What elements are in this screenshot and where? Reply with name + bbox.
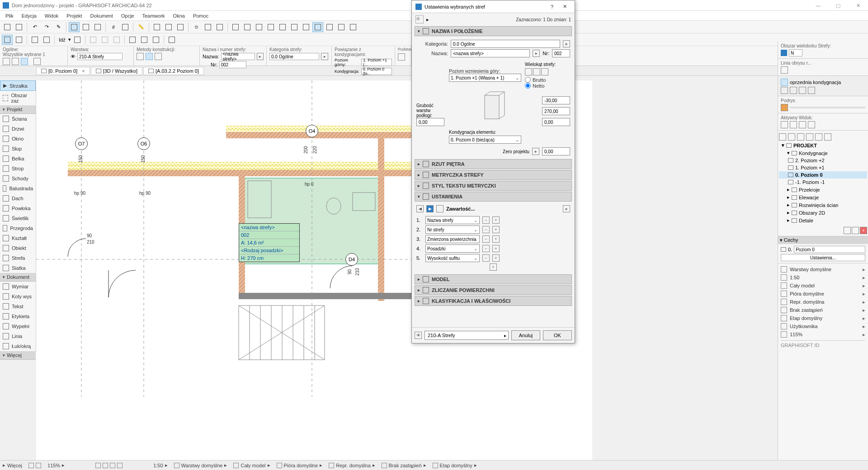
tool-window[interactable]: Okno — [0, 134, 36, 144]
tb-grid[interactable]: # — [108, 22, 119, 32]
poly-c[interactable] — [541, 68, 548, 75]
nav-elev[interactable]: ▸Elewacje — [779, 193, 867, 201]
feat-settings-btn[interactable]: Ustawienia... — [781, 254, 865, 261]
tb-snap3[interactable] — [92, 22, 103, 32]
tb-sel2[interactable] — [163, 22, 174, 32]
tb-new[interactable] — [2, 22, 13, 32]
menu-projekt[interactable]: Projekt — [63, 12, 85, 19]
win-max[interactable]: ▢ — [828, 0, 848, 11]
tb-undo[interactable]: ↶ — [29, 22, 40, 32]
row2-add[interactable]: + — [492, 226, 500, 233]
tool-skylight[interactable]: Świetlik — [0, 213, 36, 223]
tool-fill[interactable]: Wypełni — [0, 321, 36, 331]
info-cat-val[interactable]: 0.0 Ogólne — [269, 53, 319, 60]
status-model[interactable]: Cały model ▸ — [233, 462, 270, 468]
tree-btn-a[interactable] — [844, 227, 851, 234]
tb-open[interactable] — [14, 22, 24, 32]
layer-sel[interactable]: 210-A Strefy — [425, 331, 509, 340]
tool-zone[interactable]: Strefa — [0, 253, 36, 263]
status-scale[interactable]: 1:50 ▸ — [153, 462, 167, 468]
status-layers[interactable]: Warstwy domyślne ▸ — [174, 462, 227, 468]
rel-top-val[interactable]: 1. Poziom +1 (... — [361, 59, 392, 66]
cat-next[interactable]: ▸ — [321, 53, 328, 60]
geo-mode2[interactable] — [146, 53, 153, 60]
nav-areas[interactable]: ▸Obszary 2D — [779, 209, 867, 216]
nav-interior[interactable]: ▸Rozwinięcia ścian — [779, 201, 867, 209]
prop-repr[interactable]: Repr. domyślna▸ — [781, 298, 865, 306]
tool-stair[interactable]: Schody — [0, 174, 36, 183]
row1-rem[interactable]: − — [482, 216, 490, 224]
geo-mode1[interactable] — [137, 53, 144, 60]
sect-class[interactable]: KLASYFIKACJA I WŁAŚCIWOŚCI — [415, 296, 572, 306]
content-more[interactable]: ▸ — [563, 205, 570, 212]
prop-user[interactable]: Użytkownika▸ — [781, 322, 865, 330]
tb-ruler[interactable]: 📏 — [136, 22, 146, 32]
tool-roof[interactable]: Dach — [0, 193, 36, 203]
num-top[interactable]: -30,00 — [542, 96, 570, 104]
tb-trace[interactable] — [312, 22, 323, 32]
base-icon[interactable] — [398, 53, 405, 61]
row4-rem[interactable]: − — [482, 245, 490, 252]
tab-layout[interactable]: [A.03.2.2 Poziom 0] — [143, 67, 204, 75]
nav-next[interactable]: ▶ — [426, 205, 434, 212]
name-more[interactable]: ▸ — [533, 50, 540, 57]
nav-a[interactable] — [779, 133, 786, 141]
rp-outline-btn[interactable] — [781, 66, 788, 74]
menu-widok[interactable]: Widok — [41, 12, 62, 19]
thick-val[interactable]: 0,00 — [416, 118, 444, 126]
menu-pomoc[interactable]: Pomoc — [189, 12, 212, 19]
tool-label[interactable]: Etykieta — [0, 311, 36, 321]
tb2-f[interactable] — [88, 35, 99, 45]
tool-arc[interactable]: Łuk/okrą — [0, 341, 36, 351]
tb-edit10[interactable] — [336, 22, 347, 32]
nav-d[interactable] — [806, 133, 813, 141]
nav-f[interactable] — [824, 133, 831, 141]
tool-railing[interactable]: Balustrada — [0, 183, 36, 193]
tb2-c[interactable] — [29, 35, 40, 45]
settings-btn[interactable] — [33, 58, 41, 65]
tb-edit4[interactable] — [265, 22, 276, 32]
zone-stamp[interactable]: <nazwa strefy> 002 A: 14,6 m² <Rodzaj po… — [239, 223, 300, 262]
tb-edit9[interactable] — [324, 22, 335, 32]
tool-beam[interactable]: Belka — [0, 154, 36, 164]
goto-dd[interactable]: ▾ — [68, 37, 71, 42]
nav-prev-icon[interactable] — [95, 463, 101, 468]
tb-redo[interactable]: ↷ — [41, 22, 52, 32]
geo-mode3[interactable] — [155, 53, 162, 60]
toolbox-projekt-head[interactable]: Projekt — [0, 105, 36, 114]
menu-plik[interactable]: Plik — [2, 12, 17, 19]
poly-b[interactable] — [533, 68, 540, 75]
podrys-color[interactable] — [781, 104, 788, 111]
toolbox-doc-head[interactable]: Dokument — [0, 273, 36, 282]
tb-suspend[interactable]: ⦸ — [191, 22, 202, 32]
row2-sel[interactable]: Nr strefy — [425, 226, 480, 234]
nav-home-icon[interactable] — [110, 463, 115, 468]
rp-poly-n[interactable]: N — [789, 49, 802, 56]
prop-scale[interactable]: 1:50▸ — [781, 273, 865, 282]
menu-dokument[interactable]: Dokument — [87, 12, 117, 19]
nav-prev[interactable]: ◀ — [416, 205, 424, 212]
color-swatch[interactable] — [781, 50, 787, 56]
sel-mode1[interactable] — [3, 58, 10, 65]
menu-okna[interactable]: Okna — [170, 12, 189, 19]
sect-stamp[interactable]: METRYCZKA STREFY — [415, 170, 572, 180]
tb-snap1[interactable] — [69, 22, 80, 32]
tab-3d[interactable]: [3D / Wszystko] — [91, 67, 142, 75]
tool-dim[interactable]: Wymiar — [0, 282, 36, 291]
tb-edit5[interactable] — [277, 22, 288, 32]
row4-sel[interactable]: Posadzki — [425, 244, 480, 253]
tb-edit3[interactable] — [254, 22, 264, 32]
graphisoft-id[interactable]: GRAPHISOFT ID — [781, 340, 865, 349]
sel-mode3[interactable] — [21, 58, 28, 65]
tool-column[interactable]: Słup — [0, 144, 36, 154]
row3-add[interactable]: + — [492, 235, 500, 243]
row4-add[interactable]: + — [492, 245, 500, 252]
tb2-k[interactable] — [151, 35, 161, 45]
dialog-help[interactable]: ? — [546, 4, 558, 9]
tool-line[interactable]: Linia — [0, 331, 36, 341]
status-stage[interactable]: Etap domyślny ▸ — [433, 462, 477, 468]
cat-more[interactable]: ▸ — [563, 40, 570, 47]
brutto-radio[interactable]: Brutto — [525, 77, 557, 83]
tool-object[interactable]: Obiekt — [0, 243, 36, 253]
trace-a[interactable] — [781, 87, 788, 94]
